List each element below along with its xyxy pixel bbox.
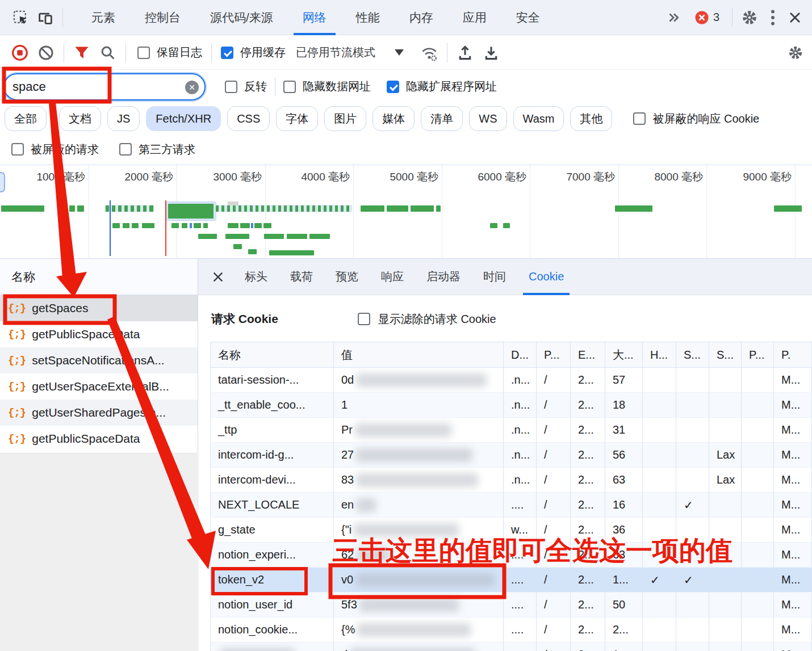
settings-gear-icon[interactable] (737, 5, 762, 30)
export-har-icon[interactable] (478, 40, 504, 66)
error-badge[interactable]: 3 (694, 10, 719, 25)
devtools-tab-控制台[interactable]: 控制台 (130, 0, 195, 35)
divider (64, 43, 64, 62)
filter-chip-Wasm[interactable]: Wasm (513, 106, 564, 131)
hide-data-urls-checkbox[interactable] (283, 81, 296, 93)
devtools-tab-源代码/来源[interactable]: 源代码/来源 (195, 0, 288, 35)
filter-icon[interactable] (69, 40, 95, 66)
cookie-attr-cell (643, 593, 676, 618)
close-icon[interactable] (784, 5, 806, 30)
filter-chip-CSS[interactable]: CSS (227, 106, 270, 131)
filter-chip-WS[interactable]: WS (469, 106, 507, 131)
throttling-select[interactable]: 已停用节流模式 (296, 45, 375, 60)
cookie-row[interactable]: d..../2...1...M... (210, 642, 812, 651)
cookie-column-header[interactable]: H... (643, 342, 676, 368)
redacted-blob (350, 648, 475, 651)
record-button[interactable] (7, 40, 33, 66)
filter-chip-Fetch/XHR[interactable]: Fetch/XHR (146, 106, 221, 131)
cookie-column-header[interactable]: P... (742, 342, 774, 368)
request-row[interactable]: {;}getUserSharedPagesIn... (0, 400, 198, 426)
cookie-column-header[interactable]: E... (571, 342, 605, 368)
request-row[interactable]: {;}getSpaces (0, 295, 198, 321)
devtools-tab-网络[interactable]: 网络 (288, 0, 341, 35)
request-row[interactable]: {;}getUserSpaceExternalB... (0, 373, 198, 400)
cookie-attr-cell: 2... (605, 618, 643, 642)
cookie-row[interactable]: token_v2v0..../2...1...✓✓M... (210, 568, 812, 593)
kebab-menu-icon[interactable] (762, 5, 784, 30)
preserve-log-checkbox[interactable] (137, 47, 150, 59)
divider (447, 43, 447, 62)
cookie-attr-cell: .... (504, 568, 537, 593)
cookie-row[interactable]: _tt_enable_coo...1.n.../2...18M... (210, 393, 812, 418)
network-settings-gear-icon[interactable] (782, 40, 809, 66)
cookie-column-header[interactable]: 值 (334, 342, 504, 368)
show-filtered-cookies-checkbox[interactable] (358, 313, 370, 325)
devtools-tab-性能[interactable]: 性能 (341, 0, 395, 35)
cookie-column-header[interactable]: P... (537, 342, 571, 368)
devtools-tab-内存[interactable]: 内存 (395, 0, 448, 35)
blocked-response-cookies-checkbox[interactable] (633, 112, 646, 125)
cookie-row[interactable]: notion_cookie...{%..../2...2...M... (210, 618, 812, 642)
network-toolbar: 保留日志 停用缓存 已停用节流模式 (0, 36, 812, 70)
network-conditions-icon[interactable] (416, 40, 442, 66)
filter-chip-字体[interactable]: 字体 (276, 106, 318, 131)
timeline-overview[interactable]: 1000 毫秒2000 毫秒3000 毫秒4000 毫秒5000 毫秒6000 … (0, 165, 812, 259)
filter-chip-媒体[interactable]: 媒体 (372, 106, 415, 131)
device-toolbar-icon[interactable] (33, 5, 58, 30)
request-row[interactable]: {;}getPublicSpaceData (0, 426, 198, 452)
cookie-column-header[interactable]: 名称 (210, 342, 334, 368)
detail-tab-载荷[interactable]: 载荷 (281, 259, 322, 295)
cookie-attr-cell: ✓ (676, 493, 709, 518)
detail-tab-时间[interactable]: 时间 (474, 259, 515, 295)
cookie-value-cell: 83 (334, 468, 504, 493)
import-har-icon[interactable] (452, 40, 478, 66)
cookie-row[interactable]: intercom-devi...83.n.../2...63LaxM... (210, 468, 812, 493)
invert-checkbox[interactable] (225, 81, 237, 93)
request-row[interactable]: {;}getPublicSpaceData (0, 321, 198, 347)
filter-chip-图片[interactable]: 图片 (324, 106, 366, 131)
cookie-name: _tt_enable_coo... (218, 398, 305, 411)
cookie-row[interactable]: notion_user_id5f3..../2...50M... (210, 593, 812, 618)
cookie-column-header[interactable]: 大... (605, 342, 643, 368)
cookie-row[interactable]: NEXT_LOCALEen..../2...16✓M... (210, 493, 812, 518)
inspect-element-icon[interactable] (8, 5, 33, 30)
filter-input[interactable] (12, 79, 171, 94)
third-party-requests-checkbox[interactable] (119, 143, 132, 156)
cookie-row[interactable]: tatari-session-...0d.n.../2...57M... (210, 368, 812, 393)
filter-chip-JS[interactable]: JS (107, 106, 140, 131)
close-detail-icon[interactable] (205, 264, 231, 290)
clear-button[interactable] (33, 40, 59, 66)
blocked-requests-checkbox[interactable] (11, 143, 24, 156)
cookie-column-header[interactable]: P. (774, 342, 812, 368)
filter-chip-清单[interactable]: 清单 (421, 106, 463, 131)
detail-tab-响应[interactable]: 响应 (372, 259, 413, 295)
cookie-column-header[interactable]: S... (676, 342, 709, 368)
chevron-down-icon[interactable] (395, 49, 404, 56)
clear-filter-icon[interactable] (185, 81, 199, 94)
detail-tab-Cookie[interactable]: Cookie (520, 259, 573, 295)
timeline-bar (132, 223, 139, 228)
detail-tab-标头[interactable]: 标头 (236, 259, 277, 295)
fetch-icon: {;} (8, 406, 26, 419)
cookie-row[interactable]: g_state{"iw.../2...36M... (210, 518, 812, 543)
hide-extension-urls-checkbox[interactable] (387, 81, 399, 93)
filter-chip-其他[interactable]: 其他 (570, 106, 612, 131)
cookie-column-header[interactable]: S... (709, 342, 742, 368)
devtools-tab-元素[interactable]: 元素 (77, 0, 130, 35)
devtools-tab-安全[interactable]: 安全 (501, 0, 555, 35)
detail-tab-预览[interactable]: 预览 (327, 259, 367, 295)
timeline-tick-label: 9000 毫秒 (705, 170, 792, 184)
request-list-header[interactable]: 名称 (0, 259, 198, 295)
cookie-row[interactable]: intercom-id-g...27.n.../2...56LaxM... (210, 443, 812, 468)
cookie-row[interactable]: _ttpPr.n.../2...31M... (210, 418, 812, 443)
more-tabs-icon[interactable] (666, 10, 681, 25)
search-icon[interactable] (95, 40, 121, 66)
detail-tab-启动器[interactable]: 启动器 (417, 259, 470, 295)
disable-cache-checkbox[interactable] (221, 47, 233, 59)
devtools-tab-应用[interactable]: 应用 (448, 0, 501, 35)
filter-chip-文档[interactable]: 文档 (59, 106, 101, 131)
request-row[interactable]: {;}setSpaceNotificationsA... (0, 347, 198, 373)
cookie-row[interactable]: notion_experi...62..../2...63M... (210, 543, 812, 568)
filter-chip-全部[interactable]: 全部 (5, 106, 47, 131)
cookie-column-header[interactable]: D... (504, 342, 537, 368)
